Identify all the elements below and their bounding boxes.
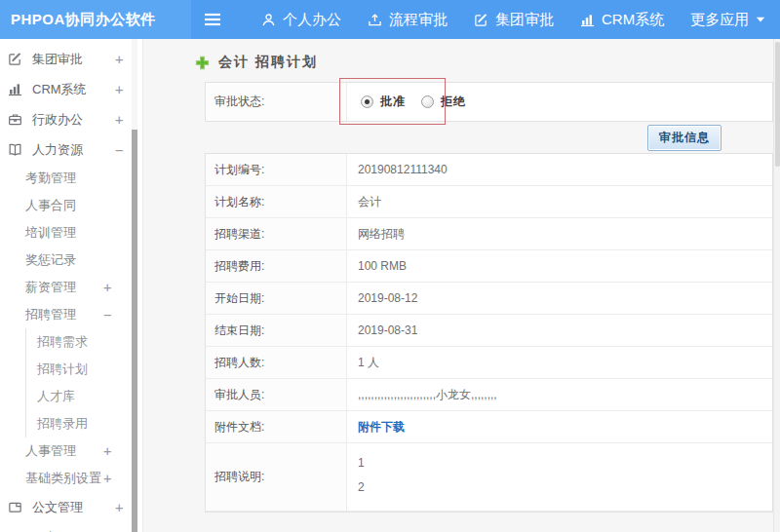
app-logo[interactable]: PHPOA协同办公软件 xyxy=(0,0,191,39)
approval-radio-group: 批准 拒绝 xyxy=(361,94,482,110)
nav-item-label: CRM系统 xyxy=(602,11,664,29)
expander-icon[interactable]: + xyxy=(103,274,111,301)
sidebar-item[interactable]: 培训管理 xyxy=(0,219,142,247)
field-row: 开始日期: 2019-08-12 xyxy=(206,283,772,315)
sidebar-item-label: 招聘录用 xyxy=(37,415,88,433)
field-row: 结束日期: 2019-08-31 xyxy=(206,315,772,347)
field-row: 附件文档: 附件下载 xyxy=(206,411,772,443)
sidebar-item-label: 招聘计划 xyxy=(37,361,88,378)
process-icon xyxy=(368,13,382,27)
expander-icon[interactable]: + xyxy=(115,44,123,74)
field-value: 20190812111340 xyxy=(347,154,772,185)
button-row: 审批信息 xyxy=(205,123,773,153)
sidebar-item-label: 奖惩记录 xyxy=(25,251,76,269)
radio-option-label: 拒绝 xyxy=(441,94,466,110)
sidebar-item[interactable]: 人才库 xyxy=(0,383,142,410)
attachment-download-link[interactable]: 附件下载 xyxy=(347,411,772,442)
field-label: 附件文档: xyxy=(206,411,347,442)
sidebar-scrollbar-thumb[interactable] xyxy=(132,130,137,532)
expander-icon[interactable]: − xyxy=(115,134,123,165)
sidebar-item-label: 薪资管理 xyxy=(25,279,76,296)
field-label: 计划名称: xyxy=(206,186,347,217)
field-row: 招聘渠道: 网络招聘 xyxy=(206,218,772,250)
field-label: 招聘渠道: xyxy=(206,218,347,249)
sidebar-item-label: 用车管理 xyxy=(32,529,83,532)
sidebar-item[interactable]: 招聘录用 xyxy=(0,410,142,437)
field-row: 计划名称: 会计 xyxy=(206,186,772,218)
user-icon xyxy=(261,13,276,27)
sidebar: 集团审批 + CRM系统 + 行政办公 + 人力资源 − 考勤管理 人事合同 xyxy=(0,39,143,532)
field-value: 2019-08-12 xyxy=(347,283,772,314)
sidebar-item[interactable]: 人事合同 xyxy=(0,192,142,219)
content-area: 会计 招聘计划 审批状态: 批准 拒绝 xyxy=(143,39,773,532)
field-value: 2019-08-31 xyxy=(347,315,772,346)
sidebar-item[interactable]: CRM系统 + xyxy=(0,74,142,104)
field-label: 招聘说明: xyxy=(206,443,347,511)
expander-icon[interactable]: + xyxy=(115,74,123,104)
expander-icon[interactable]: + xyxy=(115,104,123,134)
sidebar-item[interactable]: 招聘计划 xyxy=(0,356,142,383)
field-label: 招聘人数: xyxy=(206,347,347,378)
radio-button-icon[interactable] xyxy=(421,95,434,108)
nav-item[interactable]: 集团审批 xyxy=(474,11,554,29)
sidebar-item[interactable]: 奖惩记录 xyxy=(0,247,142,274)
page-scrollbar-track[interactable] xyxy=(773,39,780,532)
sidebar-item[interactable]: 薪资管理 + xyxy=(0,274,142,301)
approval-status-panel: 审批状态: 批准 拒绝 xyxy=(205,82,773,122)
nav-item[interactable]: CRM系统 xyxy=(580,11,664,29)
expander-icon[interactable]: + xyxy=(115,492,123,522)
sidebar-item[interactable]: 行政办公 + xyxy=(0,104,142,134)
expander-icon[interactable]: + xyxy=(115,522,123,532)
page-title-text: 会计 招聘计划 xyxy=(218,54,318,71)
app-window: PHPOA协同办公软件 个人办公 流程审批 集团审批 xyxy=(0,0,780,532)
nav-item[interactable]: 流程审批 xyxy=(368,11,448,29)
approval-status-value: 批准 拒绝 xyxy=(347,83,772,121)
doc-icon xyxy=(8,500,24,514)
nav-item-label: 集团审批 xyxy=(495,11,554,29)
field-value: 1 2 xyxy=(347,443,772,511)
sidebar-item-label: CRM系统 xyxy=(32,81,87,98)
sidebar-item-label: 人才库 xyxy=(37,388,75,405)
nav-item[interactable]: 更多应用 xyxy=(690,11,765,29)
expander-icon[interactable]: − xyxy=(103,301,111,328)
field-value: 100 RMB xyxy=(347,250,772,282)
sidebar-item-label: 基础类别设置 xyxy=(25,470,101,487)
sidebar-item[interactable]: 考勤管理 xyxy=(0,165,142,192)
sidebar-item-label: 人事管理 xyxy=(25,442,76,460)
edit-icon xyxy=(474,13,488,27)
sidebar-item[interactable]: 人力资源 − xyxy=(0,134,142,165)
radio-button-icon[interactable] xyxy=(361,95,373,108)
chart-icon xyxy=(580,13,595,27)
nav-item[interactable]: 个人办公 xyxy=(261,11,341,29)
radio-option[interactable]: 批准 xyxy=(361,94,406,110)
add-icon xyxy=(195,56,210,70)
field-label: 招聘费用: xyxy=(206,250,347,282)
chart-icon xyxy=(8,82,24,96)
sidebar-item[interactable]: 基础类别设置 + xyxy=(0,465,142,492)
edit-icon xyxy=(8,52,24,66)
sidebar-item[interactable]: 招聘需求 xyxy=(0,328,142,356)
briefcase-icon xyxy=(8,112,24,127)
sidebar-item-label: 公文管理 xyxy=(32,499,83,516)
radio-option[interactable]: 拒绝 xyxy=(421,94,466,110)
expander-icon[interactable]: + xyxy=(103,465,111,492)
approval-status-label: 审批状态: xyxy=(206,83,347,121)
field-value: 1 人 xyxy=(347,347,772,378)
sidebar-item[interactable]: 公文管理 + xyxy=(0,492,142,522)
sidebar-item[interactable]: 集团审批 + xyxy=(0,44,142,74)
sidebar-item-label: 集团审批 xyxy=(32,51,83,68)
sidebar-item[interactable]: 招聘管理 − xyxy=(0,301,142,328)
app-logo-text: PHPOA协同办公软件 xyxy=(11,11,156,29)
sidebar-item-label: 培训管理 xyxy=(25,224,76,242)
page-scrollbar-thumb[interactable] xyxy=(775,42,780,167)
caret-down-icon xyxy=(756,16,765,23)
sidebar-item[interactable]: 用车管理 + xyxy=(0,522,142,532)
approval-info-button[interactable]: 审批信息 xyxy=(647,125,722,151)
menu-toggle-icon[interactable] xyxy=(204,13,221,26)
field-row: 招聘人数: 1 人 xyxy=(206,347,772,379)
expander-icon[interactable]: + xyxy=(103,437,111,465)
field-label: 结束日期: xyxy=(206,315,347,346)
sidebar-item-label: 招聘管理 xyxy=(25,306,76,323)
sidebar-item[interactable]: 人事管理 + xyxy=(0,437,142,465)
sidebar-item-label: 人事合同 xyxy=(25,197,76,214)
